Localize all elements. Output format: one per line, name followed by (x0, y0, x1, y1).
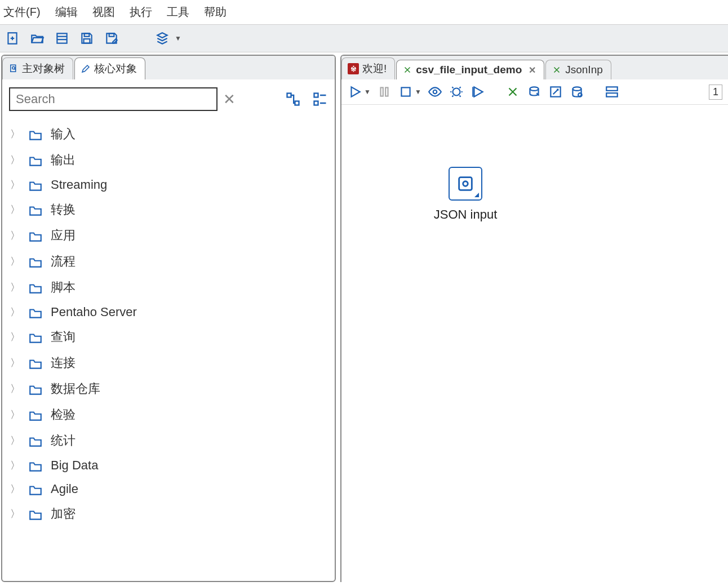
expand-all-icon[interactable] (285, 91, 301, 107)
main-toolbar: ▼ (0, 24, 728, 52)
tree-item[interactable]: 〉Big Data (2, 454, 335, 477)
save-as-icon[interactable] (104, 30, 119, 46)
tree-item[interactable]: 〉输出 (2, 147, 335, 173)
tree-item[interactable]: 〉连接 (2, 350, 335, 376)
svg-point-31 (572, 87, 581, 91)
svg-line-26 (459, 87, 460, 88)
collapse-all-icon[interactable] (312, 91, 328, 107)
show-results-icon[interactable] (604, 84, 620, 100)
explore-db-icon[interactable] (569, 84, 585, 100)
folder-icon (28, 331, 43, 343)
svg-rect-14 (314, 94, 318, 97)
stop-dropdown-icon[interactable]: ▼ (415, 88, 421, 96)
tab-core-objects[interactable]: 核心对象 (74, 57, 145, 79)
tree-item[interactable]: 〉Agile (2, 477, 335, 501)
folder-icon (28, 409, 43, 421)
folder-icon (28, 306, 43, 318)
svg-line-28 (459, 96, 460, 97)
folder-icon (28, 383, 43, 395)
menu-view[interactable]: 视图 (92, 5, 115, 20)
folder-icon (28, 154, 43, 166)
tree-item-label: 统计 (51, 432, 76, 449)
tree-item[interactable]: 〉查询 (2, 324, 335, 350)
tree-item-label: Big Data (51, 458, 98, 473)
svg-rect-33 (606, 87, 618, 91)
preview-icon[interactable] (427, 84, 443, 100)
chevron-right-icon: 〉 (10, 459, 20, 472)
tree-item[interactable]: 〉转换 (2, 197, 335, 223)
tab-welcome[interactable]: ※ 欢迎! (341, 57, 395, 79)
folder-icon (28, 357, 43, 369)
svg-rect-13 (295, 101, 299, 105)
tree-item[interactable]: 〉加密 (2, 501, 335, 527)
tree-item-label: 输入 (51, 126, 76, 143)
tab-label: 主对象树 (22, 61, 65, 76)
zoom-level[interactable]: 1 (709, 85, 722, 100)
menu-help[interactable]: 帮助 (204, 5, 227, 20)
tree-item-label: 检验 (51, 406, 76, 423)
folder-icon (28, 128, 43, 140)
tree-item-label: Agile (51, 482, 78, 496)
sql-icon[interactable] (548, 84, 563, 100)
replay-icon[interactable] (470, 84, 486, 100)
open-file-icon[interactable] (29, 30, 45, 46)
menu-run[interactable]: 执行 (130, 5, 152, 20)
core-objects-tree: 〉输入〉输出〉Streaming〉转换〉应用〉流程〉脚本〉Pentaho Ser… (2, 119, 335, 529)
impact-icon[interactable] (526, 84, 542, 100)
tree-item-label: 转换 (51, 201, 76, 218)
svg-rect-3 (57, 33, 66, 43)
tree-item[interactable]: 〉流程 (2, 248, 335, 274)
tree-item[interactable]: 〉Pentaho Server (2, 300, 335, 324)
svg-point-22 (452, 88, 460, 96)
tree-item-label: 数据仓库 (51, 380, 100, 397)
svg-rect-7 (84, 39, 90, 43)
perspective-icon[interactable] (154, 30, 170, 46)
save-icon[interactable] (79, 30, 95, 46)
svg-rect-12 (287, 94, 291, 97)
search-input[interactable] (9, 87, 217, 111)
verify-icon[interactable] (505, 84, 521, 100)
chevron-right-icon: 〉 (10, 281, 20, 294)
stop-icon[interactable] (398, 84, 414, 100)
folder-icon (28, 459, 43, 472)
json-input-node[interactable]: JSON input (415, 167, 516, 222)
new-file-icon[interactable] (5, 30, 20, 46)
folder-icon (28, 434, 43, 447)
menu-file[interactable]: 文件(F) (3, 5, 41, 20)
clear-search-icon[interactable]: ✕ (223, 91, 236, 108)
tree-item-label: 加密 (51, 505, 76, 522)
tree-item[interactable]: 〉输入 (2, 121, 335, 147)
debug-icon[interactable] (449, 84, 464, 100)
tree-item[interactable]: 〉数据仓库 (2, 376, 335, 402)
tab-main-object-tree[interactable]: 主对象树 (2, 57, 73, 79)
svg-rect-8 (109, 33, 114, 36)
canvas[interactable]: JSON input (341, 105, 728, 582)
run-dropdown-icon[interactable]: ▼ (364, 88, 371, 96)
tree-item-label: Pentaho Server (51, 305, 137, 319)
menu-edit[interactable]: 编辑 (55, 5, 78, 20)
close-tab-icon[interactable]: ✕ (529, 65, 536, 76)
menu-tools[interactable]: 工具 (167, 5, 189, 20)
pause-icon[interactable] (376, 84, 392, 100)
welcome-icon: ※ (348, 63, 359, 74)
folder-icon (28, 229, 43, 242)
tree-item[interactable]: 〉检验 (2, 402, 335, 428)
tree-item[interactable]: 〉应用 (2, 223, 335, 248)
transformation-icon (552, 65, 562, 75)
svg-point-29 (530, 87, 538, 91)
json-input-icon (449, 167, 482, 201)
tree-item[interactable]: 〉脚本 (2, 274, 335, 300)
tree-item-label: 应用 (51, 227, 76, 244)
tree-item[interactable]: 〉统计 (2, 428, 335, 454)
right-panel: ※ 欢迎! csv_file_input_demo ✕ JsonInp ▼ ▼ (340, 55, 728, 582)
tree-item-label: 输出 (51, 152, 76, 168)
perspective-dropdown-icon[interactable]: ▼ (175, 34, 181, 42)
tree-item-label: 流程 (51, 253, 76, 270)
tab-jsoninput[interactable]: JsonInp (545, 60, 611, 79)
tab-csv-file-input-demo[interactable]: csv_file_input_demo ✕ (396, 60, 544, 79)
folder-icon (28, 255, 43, 268)
chevron-right-icon: 〉 (10, 127, 20, 141)
run-icon[interactable] (347, 84, 363, 100)
explore-icon[interactable] (54, 30, 70, 46)
tree-item[interactable]: 〉Streaming (2, 173, 335, 197)
